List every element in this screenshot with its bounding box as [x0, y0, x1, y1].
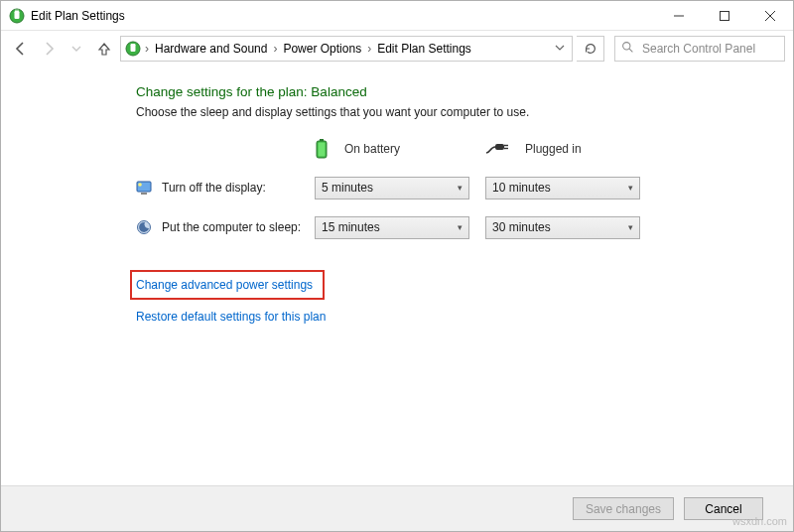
up-button[interactable]	[92, 37, 116, 61]
chevron-down-icon: ▾	[458, 183, 463, 193]
search-input[interactable]	[640, 41, 778, 57]
power-options-icon	[125, 41, 141, 57]
settings-grid: On battery Plugged in	[136, 135, 793, 242]
links-section: Change advanced power settings Restore d…	[136, 270, 793, 324]
breadcrumb-item[interactable]: Edit Plan Settings	[375, 42, 473, 56]
sleep-icon	[136, 219, 152, 235]
save-button[interactable]: Save changes	[573, 497, 674, 520]
advanced-power-settings-link[interactable]: Change advanced power settings	[136, 278, 313, 292]
row-label-display: Turn off the display:	[158, 181, 315, 195]
column-header-battery: On battery	[336, 142, 400, 156]
address-dropdown-button[interactable]	[552, 42, 568, 56]
svg-rect-2	[16, 9, 17, 11]
display-battery-dropdown[interactable]: 5 minutes ▾	[315, 177, 469, 200]
svg-rect-3	[18, 9, 19, 11]
watermark: wsxdn.com	[732, 515, 787, 527]
dropdown-value: 30 minutes	[492, 220, 551, 234]
battery-icon	[315, 139, 329, 159]
row-label-sleep: Put the computer to sleep:	[158, 220, 315, 234]
titlebar: Edit Plan Settings	[1, 1, 793, 31]
navbar: › Hardware and Sound › Power Options › E…	[1, 31, 793, 66]
recent-locations-button[interactable]	[65, 37, 88, 61]
chevron-right-icon[interactable]: ›	[271, 42, 279, 56]
search-icon	[621, 41, 634, 57]
svg-rect-5	[721, 11, 729, 20]
dropdown-value: 15 minutes	[322, 220, 380, 234]
svg-point-19	[138, 183, 142, 187]
page-subtext: Choose the sleep and display settings th…	[136, 105, 793, 119]
content-area: Change settings for the plan: Balanced C…	[1, 66, 793, 485]
svg-rect-14	[319, 143, 326, 157]
back-button[interactable]	[9, 37, 33, 61]
page-heading: Change settings for the plan: Balanced	[136, 84, 793, 99]
forward-button[interactable]	[37, 37, 61, 61]
dropdown-value: 5 minutes	[322, 181, 373, 195]
minimize-button[interactable]	[656, 1, 702, 31]
window-title: Edit Plan Settings	[31, 9, 125, 23]
display-plugged-dropdown[interactable]: 10 minutes ▾	[485, 177, 640, 200]
svg-line-11	[629, 49, 632, 52]
advanced-settings-highlight: Change advanced power settings	[130, 270, 325, 300]
plug-icon	[485, 142, 509, 156]
maximize-button[interactable]	[702, 1, 747, 31]
chevron-down-icon: ▾	[628, 183, 633, 193]
power-options-icon	[9, 8, 25, 24]
chevron-right-icon[interactable]: ›	[143, 42, 151, 56]
dropdown-value: 10 minutes	[492, 181, 551, 195]
breadcrumb-item[interactable]: Hardware and Sound	[153, 42, 269, 56]
chevron-down-icon: ▾	[628, 222, 633, 232]
window: Edit Plan Settings	[0, 0, 794, 532]
svg-rect-15	[495, 144, 504, 150]
svg-rect-1	[15, 11, 20, 19]
footer: Save changes Cancel	[1, 485, 793, 531]
close-button[interactable]	[747, 1, 793, 31]
column-header-plugged: Plugged in	[517, 142, 582, 156]
search-box[interactable]	[614, 36, 785, 62]
display-icon	[136, 180, 152, 196]
svg-point-10	[623, 43, 630, 50]
chevron-down-icon: ▾	[458, 222, 463, 232]
sleep-battery-dropdown[interactable]: 15 minutes ▾	[315, 216, 469, 239]
sleep-plugged-dropdown[interactable]: 30 minutes ▾	[485, 216, 640, 239]
breadcrumb-item[interactable]: Power Options	[281, 42, 363, 56]
address-bar[interactable]: › Hardware and Sound › Power Options › E…	[120, 36, 573, 62]
svg-rect-20	[141, 193, 147, 195]
refresh-button[interactable]	[577, 36, 604, 62]
chevron-right-icon[interactable]: ›	[365, 42, 373, 56]
restore-defaults-link[interactable]: Restore default settings for this plan	[136, 310, 326, 324]
svg-rect-9	[131, 44, 136, 52]
